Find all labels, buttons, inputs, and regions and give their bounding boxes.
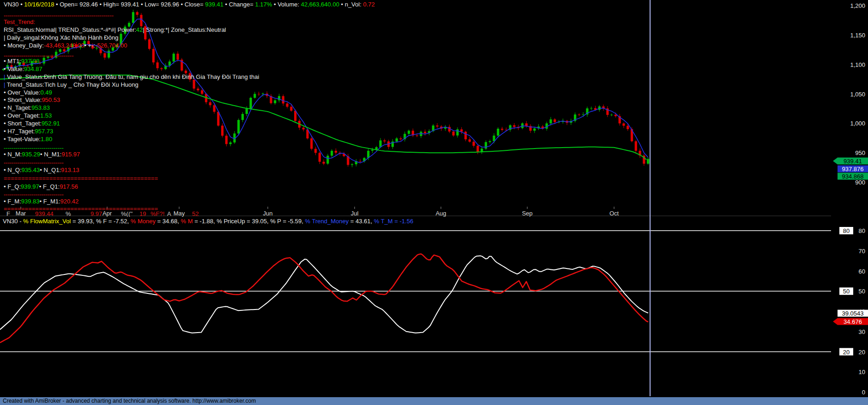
- clipped-text-row: F_939.44%9.97%((''19%F?!A52: [0, 210, 646, 217]
- tag-label: 939.41: [844, 158, 862, 165]
- grid-level-box-label: 20: [843, 349, 850, 356]
- candle-body: [282, 96, 284, 103]
- candle-body: [452, 131, 455, 135]
- candle-body: [132, 12, 134, 23]
- tag-arrow: [833, 318, 838, 325]
- oscillator-title-segment: = 39.93,: [71, 218, 96, 225]
- oscillator-axis-tick-label: 80: [859, 227, 865, 234]
- candle-body: [213, 105, 215, 112]
- candle-body: [331, 151, 333, 156]
- candle-body: [310, 138, 313, 149]
- candle-body: [258, 94, 260, 95]
- tag-label: 39.0543: [842, 310, 864, 317]
- clipped-text-fragment: 52: [192, 210, 199, 217]
- candle-body: [51, 57, 53, 58]
- candle-body: [302, 128, 305, 130]
- candle-body: [554, 119, 556, 122]
- candle-body: [525, 123, 528, 126]
- candle-body: [241, 114, 244, 120]
- candle-body: [225, 136, 228, 144]
- candle-body: [274, 100, 276, 103]
- oscillator-title-segment: % FlowMatrix_Vol: [23, 218, 71, 225]
- oscillator-title-segment: = 34.68,: [156, 218, 181, 225]
- grid-level-box-label: 80: [843, 227, 850, 234]
- candle-body: [173, 54, 175, 61]
- footer-bar: Created with AmiBroker - advanced charti…: [0, 397, 868, 405]
- price-chart-area[interactable]: [0, 10, 649, 167]
- candle-body: [476, 146, 479, 152]
- amibroker-window: MarAprMayJunJulAugSepOct1,2001,1501,1001…: [0, 0, 868, 405]
- candle-body: [351, 164, 353, 165]
- chart-canvas[interactable]: MarAprMayJunJulAugSepOct1,2001,1501,1001…: [0, 0, 868, 405]
- candle-body: [549, 119, 552, 124]
- candle-body: [148, 39, 151, 49]
- candle-body: [371, 150, 374, 151]
- candle-body: [615, 115, 617, 116]
- candle-body: [460, 129, 463, 131]
- candle-body: [501, 129, 503, 130]
- oscillator-title-segment: VN30 -: [3, 218, 23, 225]
- price-axis-tick-label: 950: [855, 149, 865, 156]
- candle-body: [59, 49, 61, 52]
- candle-body: [464, 131, 467, 139]
- oscillator-title-segment: % F = -7.52,: [96, 218, 131, 225]
- oscillator-y-axis: 8070605040302010080502039.054334.676: [833, 227, 868, 396]
- candle-body: [152, 49, 155, 62]
- candle-body: [193, 80, 195, 89]
- candle-body: [87, 41, 90, 45]
- candle-body: [497, 129, 499, 136]
- candle-body: [108, 51, 110, 58]
- candle-body: [35, 61, 37, 62]
- price-y-axis: 1,2001,1501,1001,0501,000950900939.41937…: [833, 2, 868, 186]
- oscillator-line-Money-red: [0, 254, 648, 342]
- candle-body: [610, 115, 613, 115]
- candle-body: [189, 73, 191, 80]
- candle-body: [112, 48, 114, 51]
- candle-body: [456, 129, 458, 135]
- candle-body: [209, 102, 211, 106]
- candle-body: [103, 53, 106, 57]
- price-axis-tick-label: 1,000: [850, 120, 865, 127]
- candle-body: [485, 142, 487, 149]
- oscillator-line-PriceUp-white: [0, 256, 648, 333]
- candle-body: [383, 140, 386, 141]
- candle-body: [635, 141, 637, 151]
- candle-body: [221, 125, 223, 136]
- candle-body: [63, 49, 66, 52]
- candle-body: [627, 126, 629, 129]
- candle-body: [319, 153, 321, 161]
- candle-body: [185, 71, 187, 73]
- candle-body: [590, 108, 592, 108]
- candle-body: [144, 26, 146, 40]
- footer-text: Created with AmiBroker - advanced charti…: [3, 398, 256, 404]
- candle-body: [217, 112, 219, 125]
- candle-body: [436, 125, 438, 126]
- clipped-text-fragment: 939.44: [35, 210, 54, 217]
- candle-body: [359, 161, 362, 161]
- candle-body: [335, 151, 337, 153]
- oscillator-title-segment: % PriceUp = 39.05, % P = -5.59,: [217, 218, 305, 225]
- candle-body: [408, 131, 410, 134]
- oscillator-title-segment: % Money: [131, 218, 156, 225]
- price-axis-tick-label: 1,050: [850, 91, 865, 98]
- oscillator-pane-title: VN30 - % FlowMatrix_Vol = 39.93, % F = -…: [3, 218, 413, 225]
- candle-body: [489, 141, 491, 142]
- oscillator-axis-tick-label: 30: [859, 328, 865, 335]
- candle-body: [197, 89, 199, 90]
- candle-body: [399, 138, 402, 139]
- indicator-chart-area[interactable]: [0, 231, 831, 352]
- candle-body: [286, 103, 288, 107]
- candle-body: [513, 125, 515, 127]
- candle-body: [176, 54, 179, 60]
- price-tag: 939.41: [833, 158, 868, 165]
- candle-body: [136, 12, 139, 15]
- candle-body: [128, 23, 130, 27]
- candle-body: [622, 124, 625, 126]
- candle-body: [96, 48, 98, 48]
- price-axis-tick-label: 1,150: [850, 32, 865, 39]
- tag-label: 937.876: [842, 166, 864, 173]
- oscillator-title-segment: % M: [181, 218, 193, 225]
- candle-body: [582, 114, 585, 115]
- candle-body: [201, 90, 203, 94]
- oscillator-title-segment: = -1.88,: [193, 218, 217, 225]
